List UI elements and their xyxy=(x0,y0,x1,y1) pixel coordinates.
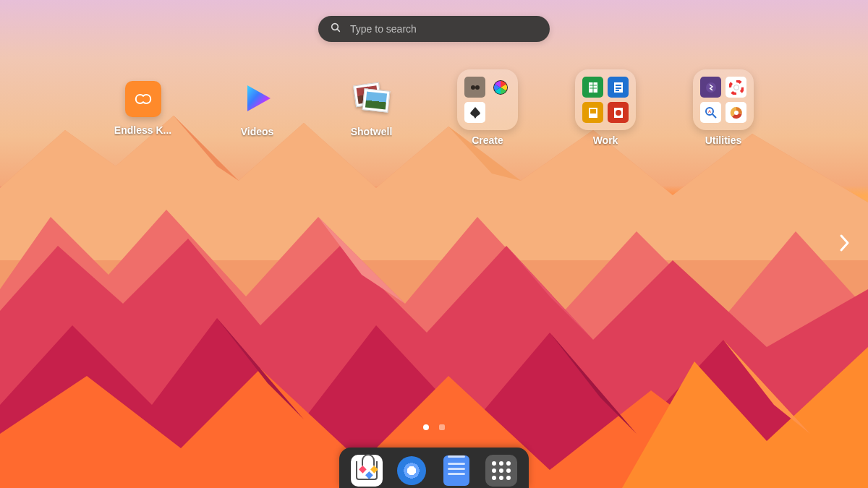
shopping-bag-icon: ◆◆◆ xyxy=(356,461,378,480)
folder-icon xyxy=(575,69,636,130)
svg-marker-10 xyxy=(506,246,593,340)
svg-point-17 xyxy=(475,85,480,90)
bluetooth-icon xyxy=(700,77,721,98)
app-endless-key[interactable]: Endless K... xyxy=(111,81,176,146)
app-label: Shotwell xyxy=(351,126,393,137)
next-page-button[interactable] xyxy=(832,226,858,262)
videos-icon xyxy=(240,81,275,119)
page-dot-2[interactable] xyxy=(439,424,445,430)
svg-marker-6 xyxy=(622,347,868,488)
folder-create[interactable]: Create xyxy=(454,81,522,146)
writer-icon xyxy=(608,77,629,98)
svg-text:A: A xyxy=(708,109,711,114)
disk-usage-icon xyxy=(726,102,746,123)
svg-point-39 xyxy=(734,111,739,115)
search-icon xyxy=(330,22,341,36)
endless-key-icon xyxy=(125,81,161,117)
svg-line-15 xyxy=(337,29,339,31)
folder-label: Utilities xyxy=(705,134,742,146)
app-label: Videos xyxy=(241,126,274,137)
folder-utilities[interactable]: A Utilities xyxy=(689,81,758,146)
chevron-right-icon xyxy=(839,234,851,252)
font-viewer-icon: A xyxy=(700,102,721,123)
dock: ◆◆◆ xyxy=(339,448,529,488)
shotwell-icon xyxy=(353,81,391,119)
svg-marker-9 xyxy=(318,217,405,304)
svg-marker-13 xyxy=(723,340,810,434)
svg-marker-11 xyxy=(217,318,304,419)
svg-point-35 xyxy=(733,85,739,90)
page-dot-1[interactable] xyxy=(423,424,429,430)
dock-app-center[interactable]: ◆◆◆ xyxy=(351,455,383,487)
svg-marker-0 xyxy=(0,116,868,488)
page-indicator xyxy=(423,424,445,430)
svg-marker-12 xyxy=(550,333,637,434)
svg-rect-29 xyxy=(590,109,596,114)
folder-work[interactable]: Work xyxy=(571,81,640,146)
impress-icon xyxy=(582,102,603,123)
calc-icon xyxy=(582,77,603,98)
svg-marker-2 xyxy=(0,210,868,488)
folder-icon: A xyxy=(693,69,754,130)
svg-line-37 xyxy=(712,114,716,118)
search-input[interactable] xyxy=(350,23,538,35)
app-label: Endless K... xyxy=(114,124,171,136)
grid-dot-icon xyxy=(492,461,496,466)
svg-point-16 xyxy=(471,85,475,90)
search-bar[interactable] xyxy=(318,16,550,42)
dock-files[interactable] xyxy=(441,455,472,487)
app-shotwell[interactable]: Shotwell xyxy=(339,81,404,146)
folder-label: Create xyxy=(472,134,503,146)
folder-label: Work xyxy=(593,134,618,146)
inkscape-icon xyxy=(464,102,485,123)
chromium-icon xyxy=(397,456,426,485)
app-grid: Endless K... Videos Sh xyxy=(0,81,868,146)
help-icon xyxy=(726,77,746,98)
svg-point-31 xyxy=(616,110,621,116)
app-videos[interactable]: Videos xyxy=(225,81,290,146)
files-icon xyxy=(443,455,469,486)
gimp-icon xyxy=(464,77,485,98)
folder-icon xyxy=(457,69,518,130)
dock-chromium[interactable] xyxy=(396,455,427,487)
draw-icon xyxy=(608,102,629,123)
empty-slot xyxy=(490,102,511,123)
dock-show-applications[interactable] xyxy=(485,455,517,487)
color-wheel-icon xyxy=(490,77,511,98)
desktop-overview: Endless K... Videos Sh xyxy=(0,0,868,488)
